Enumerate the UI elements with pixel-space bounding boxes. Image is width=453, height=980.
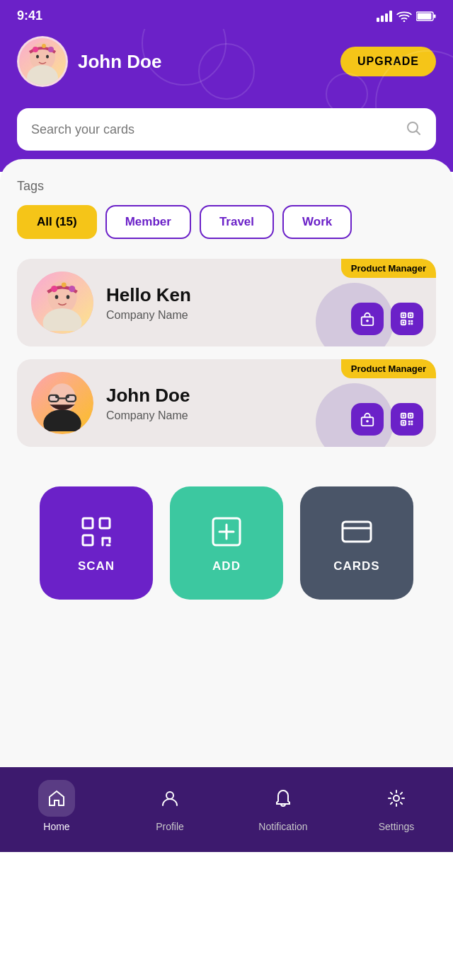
- card1-avatar-svg: [38, 274, 87, 331]
- svg-rect-49: [403, 422, 405, 424]
- card-role-badge: Product Manager: [341, 359, 436, 378]
- profile-icon-wrap: [151, 780, 188, 817]
- qr-icon: [399, 311, 415, 327]
- svg-point-43: [366, 420, 369, 423]
- notification-icon-wrap: [265, 780, 302, 817]
- tag-all[interactable]: All (15): [17, 205, 97, 239]
- svg-rect-48: [410, 415, 412, 417]
- tag-member[interactable]: Member: [105, 205, 191, 239]
- nav-settings[interactable]: Settings: [340, 780, 453, 832]
- wifi-icon: [396, 11, 412, 22]
- svg-rect-53: [411, 424, 413, 426]
- status-icons: [377, 11, 436, 22]
- svg-rect-47: [403, 415, 405, 417]
- svg-rect-32: [411, 320, 413, 322]
- svg-rect-7: [434, 14, 436, 18]
- search-input[interactable]: [31, 122, 396, 137]
- svg-point-36: [43, 409, 81, 431]
- svg-point-9: [27, 65, 58, 86]
- avatar-image: [19, 36, 66, 87]
- card-avatar: [31, 372, 93, 434]
- svg-rect-6: [418, 13, 432, 19]
- qr-icon: [399, 412, 415, 427]
- nav-home[interactable]: Home: [0, 780, 113, 832]
- search-icon: [405, 119, 422, 139]
- svg-rect-50: [408, 421, 411, 423]
- nav-profile[interactable]: Profile: [113, 780, 226, 832]
- card-bag-button[interactable]: [351, 303, 384, 335]
- svg-rect-33: [408, 323, 411, 325]
- card-role-badge: Product Manager: [341, 259, 436, 278]
- cards-button[interactable]: CARDS: [300, 486, 413, 600]
- card-share-button[interactable]: [391, 303, 423, 335]
- svg-rect-1: [381, 16, 384, 22]
- svg-point-4: [403, 20, 406, 21]
- add-icon: [207, 513, 246, 551]
- gear-icon: [386, 788, 406, 808]
- svg-point-17: [43, 308, 82, 331]
- action-buttons-row: SCAN ADD CARDS: [17, 469, 436, 622]
- card-share-button[interactable]: [391, 403, 423, 436]
- avatar-svg: [21, 37, 64, 86]
- svg-point-20: [69, 286, 75, 292]
- user-name: John Doe: [78, 51, 161, 73]
- svg-rect-56: [83, 535, 93, 545]
- svg-rect-28: [403, 315, 405, 317]
- svg-point-22: [67, 295, 70, 299]
- svg-rect-3: [389, 11, 392, 22]
- svg-rect-64: [343, 522, 371, 542]
- card-avatar-image: [31, 372, 93, 434]
- search-bar: [17, 108, 436, 151]
- svg-rect-30: [403, 322, 405, 324]
- svg-point-66: [166, 792, 173, 799]
- scan-button[interactable]: SCAN: [40, 486, 153, 600]
- tags-label: Tags: [17, 179, 436, 194]
- tags-section: Tags All (15) Member Travel Work: [17, 179, 436, 239]
- card-bag-button[interactable]: [351, 403, 384, 436]
- svg-point-21: [55, 295, 59, 299]
- nav-settings-label: Settings: [379, 821, 415, 832]
- cards-icon: [338, 513, 376, 551]
- home-icon-wrap: [38, 780, 75, 817]
- bell-icon: [273, 788, 293, 808]
- main-content: Tags All (15) Member Travel Work: [0, 159, 453, 767]
- svg-point-13: [36, 55, 39, 59]
- nav-notification-label: Notification: [258, 821, 307, 832]
- bag-icon: [360, 412, 375, 427]
- svg-rect-52: [408, 424, 411, 426]
- svg-point-24: [366, 320, 369, 322]
- upgrade-button[interactable]: UPGRADE: [340, 47, 436, 76]
- svg-rect-51: [411, 421, 413, 423]
- svg-rect-34: [411, 323, 413, 325]
- nav-home-label: Home: [43, 821, 69, 832]
- svg-rect-29: [410, 315, 412, 317]
- add-label: ADD: [212, 559, 241, 573]
- svg-rect-0: [377, 18, 379, 22]
- status-time: 9:41: [17, 8, 42, 23]
- card2-avatar-svg: [38, 375, 87, 431]
- svg-point-11: [42, 44, 46, 48]
- svg-point-10: [33, 47, 38, 52]
- nav-notification[interactable]: Notification: [226, 780, 340, 832]
- svg-rect-55: [100, 518, 110, 528]
- tag-travel[interactable]: Travel: [200, 205, 274, 239]
- card-item[interactable]: John Doe Company Name Product Manager: [17, 359, 436, 447]
- status-bar: 9:41: [0, 0, 453, 29]
- svg-point-40: [55, 395, 58, 398]
- bag-icon: [360, 311, 375, 327]
- card-avatar: [31, 272, 93, 334]
- profile-icon: [160, 788, 180, 808]
- card-item[interactable]: Hello Ken Company Name Product Manager: [17, 259, 436, 346]
- svg-point-14: [46, 55, 49, 59]
- add-button[interactable]: ADD: [170, 486, 283, 600]
- bottom-nav: Home Profile Notification Settin: [0, 767, 453, 852]
- svg-rect-2: [385, 13, 388, 22]
- home-icon: [47, 788, 67, 808]
- svg-point-12: [48, 47, 54, 52]
- settings-icon-wrap: [378, 780, 415, 817]
- tag-work[interactable]: Work: [282, 205, 352, 239]
- card-avatar-image: [31, 272, 93, 334]
- tags-row: All (15) Member Travel Work: [17, 205, 436, 239]
- cards-list: Hello Ken Company Name Product Manager: [17, 259, 436, 447]
- card-actions: [351, 403, 423, 436]
